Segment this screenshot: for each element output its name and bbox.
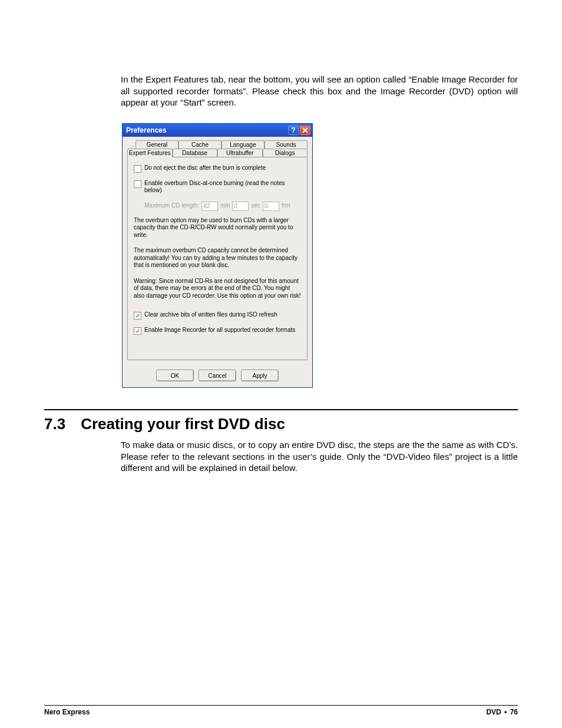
tab-sounds[interactable]: Sounds	[265, 140, 308, 149]
tab-language[interactable]: Language	[222, 140, 265, 149]
max-cd-length-label: Maximum CD length:	[144, 202, 199, 210]
checkbox-no-eject[interactable]	[134, 165, 141, 173]
preferences-screenshot: Preferences ? General Cache Language Sou…	[122, 123, 313, 388]
tab-panel: Do not eject the disc after the burn is …	[127, 157, 308, 361]
bullet-icon: •	[504, 708, 507, 716]
dialog-titlebar: Preferences ?	[123, 124, 312, 137]
footer-section: DVD	[486, 708, 501, 716]
tab-ultrabuffer[interactable]: Ultrabuffer	[217, 149, 263, 157]
cdlen-min-input[interactable]	[201, 202, 218, 211]
footer-right: DVD • 76	[486, 708, 518, 716]
checkbox-image-recorder[interactable]	[134, 327, 141, 335]
tab-cache[interactable]: Cache	[178, 140, 222, 149]
section-heading: 7.3 Creating your first DVD disc	[44, 409, 518, 433]
preferences-dialog: Preferences ? General Cache Language Sou…	[122, 123, 313, 388]
checkbox-overburn-label: Enable overburn Disc-at-once burning (re…	[144, 180, 301, 195]
overburn-info-1: The overburn option may be used to burn …	[134, 217, 301, 239]
cancel-button[interactable]: Cancel	[199, 370, 236, 381]
cdlen-frm-input[interactable]	[263, 202, 279, 211]
cdlen-frm-lbl: frm	[282, 202, 290, 210]
tab-database[interactable]: Database	[173, 149, 218, 157]
tab-expert-features[interactable]: Expert Features	[127, 149, 173, 157]
checkbox-overburn[interactable]	[134, 180, 141, 188]
footer-page-number: 76	[510, 708, 518, 716]
cdlen-min-lbl: min	[220, 202, 230, 210]
tab-dialogs[interactable]: Dialogs	[263, 149, 308, 157]
help-button[interactable]: ?	[288, 126, 299, 135]
tab-general[interactable]: General	[135, 140, 178, 149]
dialog-title: Preferences	[126, 126, 287, 134]
cdlen-sec-input[interactable]	[232, 202, 249, 211]
overburn-warning: Warning: Since normal CD-Rs are not desi…	[134, 278, 301, 300]
intro-paragraph: In the Expert Features tab, near the bot…	[121, 74, 518, 108]
checkbox-no-eject-label: Do not eject the disc after the burn is …	[144, 164, 266, 172]
tabs-container: General Cache Language Sounds Expert Fea…	[123, 137, 312, 361]
apply-button[interactable]: Apply	[241, 370, 279, 381]
overburn-info-2: The maximum overburn CD capacity cannot …	[134, 247, 301, 269]
close-button[interactable]	[300, 126, 310, 135]
checkbox-archive[interactable]	[134, 312, 141, 319]
checkbox-image-recorder-label: Enable Image Recorder for all supported …	[144, 327, 295, 334]
ok-button[interactable]: OK	[156, 370, 194, 381]
cdlen-sec-lbl: sec	[251, 202, 260, 210]
page-footer: Nero Express DVD • 76	[44, 705, 518, 716]
checkbox-archive-label: Clear archive bits of written files duri…	[144, 311, 277, 319]
footer-left: Nero Express	[44, 708, 90, 716]
section-body: To make data or music discs, or to copy …	[121, 439, 518, 474]
max-cd-length-row: Maximum CD length: min sec frm	[144, 202, 301, 211]
dialog-footer: OK Cancel Apply	[123, 360, 312, 387]
